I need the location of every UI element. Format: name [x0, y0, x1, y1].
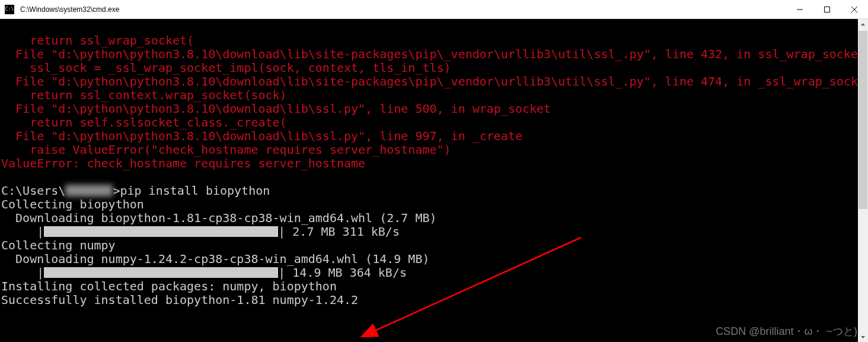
traceback-line: return ssl_wrap_socket(	[1, 33, 194, 48]
output-line: Collecting numpy	[1, 238, 116, 252]
traceback-line: return ssl_context.wrap_socket(sock)	[1, 88, 287, 102]
progress-line: || 2.7 MB 311 kB/s	[1, 224, 400, 239]
progress-bar	[44, 267, 278, 278]
scroll-down-button[interactable]	[858, 332, 868, 342]
redacted-user	[65, 185, 113, 197]
output-line: Installing collected packages: numpy, bi…	[1, 279, 337, 293]
traceback-line: File "d:\python\python3.8.10\download\li…	[1, 74, 868, 88]
maximize-button[interactable]	[813, 0, 841, 18]
traceback-line: File "d:\python\python3.8.10\download\li…	[1, 102, 551, 116]
output-line: Collecting biopython	[1, 197, 144, 211]
command-text: pip install biopython	[120, 183, 270, 198]
traceback-line: return self.sslsocket_class._create(	[1, 115, 287, 129]
window-title: C:\Windows\system32\cmd.exe	[19, 5, 786, 14]
traceback-line: ValueError: check_hostname requires serv…	[1, 156, 365, 170]
traceback-line: File "d:\python\python3.8.10\download\li…	[1, 129, 522, 143]
output-line: Downloading biopython-1.81-cp38-cp38-win…	[1, 211, 437, 225]
progress-bar	[44, 226, 278, 237]
svg-marker-5	[861, 336, 865, 338]
output-line: Downloading numpy-1.24.2-cp38-cp38-win_a…	[1, 252, 429, 266]
progress-line: || 14.9 MB 364 kB/s	[1, 265, 407, 280]
progress-suffix: | 2.7 MB 311 kB/s	[278, 224, 400, 239]
progress-prefix: |	[1, 224, 44, 239]
svg-rect-1	[825, 7, 830, 12]
progress-suffix: | 14.9 MB 364 kB/s	[278, 265, 407, 280]
progress-prefix: |	[1, 265, 44, 280]
prompt-prefix: C:\Users\	[1, 183, 65, 198]
scrollbar-thumb[interactable]	[859, 31, 867, 209]
csdn-watermark: CSDN @brilliant・ω・ ~つと)	[716, 324, 857, 338]
terminal-output[interactable]: return ssl_wrap_socket( File "d:\python\…	[0, 19, 868, 307]
prompt-line: C:\Users\>pip install biopython	[1, 183, 270, 198]
traceback-line: File "d:\python\python3.8.10\download\li…	[1, 47, 865, 61]
window-controls	[786, 0, 868, 18]
vertical-scrollbar[interactable]	[858, 19, 868, 342]
scroll-up-button[interactable]	[858, 19, 868, 29]
close-button[interactable]	[841, 0, 868, 18]
traceback-line: raise ValueError("check_hostname require…	[1, 142, 451, 157]
window-titlebar: C:\Windows\system32\cmd.exe	[0, 0, 868, 19]
prompt-suffix: >	[113, 183, 120, 198]
output-line: Successfully installed biopython-1.81 nu…	[1, 293, 358, 307]
svg-marker-4	[861, 23, 865, 26]
traceback-line: ssl_sock = _ssl_wrap_socket_impl(sock, c…	[1, 61, 451, 75]
cmd-icon	[5, 5, 14, 14]
minimize-button[interactable]	[786, 0, 813, 18]
